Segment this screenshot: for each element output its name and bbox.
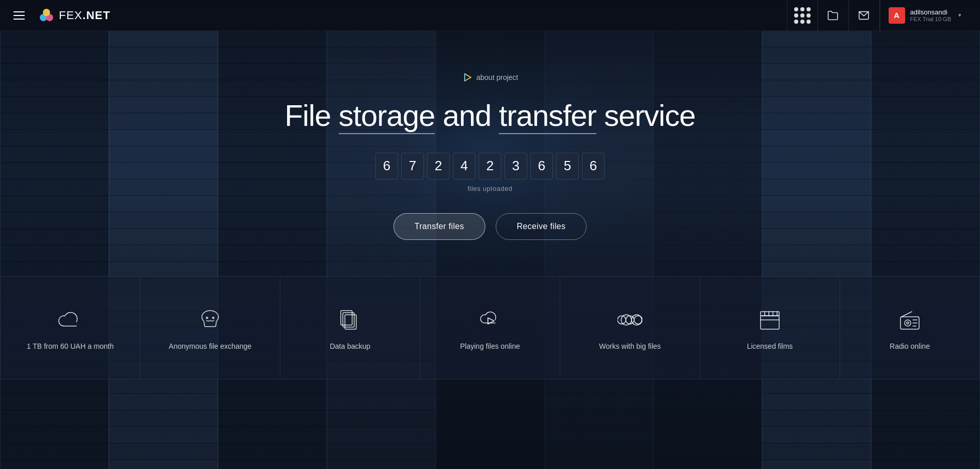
hero-title: File storage and transfer service <box>284 99 696 132</box>
digit-3: 4 <box>453 153 476 180</box>
svg-point-21 <box>907 322 909 324</box>
digit-0: 6 <box>375 153 398 180</box>
mail-button[interactable] <box>849 0 880 31</box>
digit-7: 5 <box>556 153 579 180</box>
feature-backup-label: Data backup <box>330 342 371 352</box>
digit-8: 6 <box>582 153 605 180</box>
clapperboard-icon <box>757 308 782 332</box>
navbar: FEX.NET <box>0 0 980 31</box>
svg-point-7 <box>213 317 214 319</box>
about-project-link[interactable]: about project <box>462 72 518 83</box>
feature-radio[interactable]: Radio online <box>840 276 980 379</box>
files-icon <box>338 308 362 332</box>
feature-anonymous-label: Anonymous file exchange <box>169 342 251 352</box>
infinity-icon <box>618 308 642 332</box>
user-plan: FEX Trial 10 GB <box>910 16 951 22</box>
svg-point-6 <box>207 317 208 319</box>
counter-digits-row: 6 7 2 4 2 3 6 5 6 <box>375 153 605 180</box>
features-row: 1 TB from 60 UAH a month Anonymous file … <box>0 276 980 379</box>
logo[interactable]: FEX.NET <box>38 7 110 24</box>
chevron-down-icon: ▾ <box>958 12 961 19</box>
svg-rect-14 <box>761 312 779 316</box>
cloud-play-icon <box>478 308 502 332</box>
folder-button[interactable] <box>818 0 849 31</box>
feature-films-label: Licensed films <box>747 342 793 352</box>
mask-icon <box>198 308 223 332</box>
hamburger-menu-button[interactable] <box>10 8 28 23</box>
svg-point-2 <box>43 9 50 16</box>
counter-label: files uploaded <box>467 185 512 192</box>
feature-radio-label: Radio online <box>890 342 930 352</box>
grid-icon <box>794 7 811 24</box>
feature-backup[interactable]: Data backup <box>280 276 420 379</box>
cloud-icon <box>58 308 83 332</box>
digit-6: 6 <box>530 153 553 180</box>
feature-playing-label: Playing files online <box>460 342 520 352</box>
digit-4: 2 <box>479 153 501 180</box>
action-buttons: Transfer files Receive files <box>393 213 587 240</box>
logo-icon <box>38 7 55 24</box>
feature-films[interactable]: Licensed films <box>700 276 840 379</box>
main-content: about project File storage and transfer … <box>0 31 980 379</box>
feature-storage-label: 1 TB from 60 UAH a month <box>27 342 114 352</box>
feature-bigfiles-label: Works with big files <box>599 342 661 352</box>
digit-5: 3 <box>504 153 527 180</box>
svg-rect-12 <box>761 316 779 329</box>
radio-icon <box>897 308 922 332</box>
digit-1: 7 <box>401 153 424 180</box>
user-info: adilsonsandi FEX Trial 10 GB <box>910 8 951 22</box>
svg-point-20 <box>905 320 911 326</box>
nav-right-actions: A adilsonsandi FEX Trial 10 GB ▾ <box>787 0 970 31</box>
user-menu-button[interactable]: A adilsonsandi FEX Trial 10 GB ▾ <box>880 0 970 31</box>
play-icon <box>462 72 472 83</box>
receive-files-button[interactable]: Receive files <box>496 213 587 240</box>
feature-storage[interactable]: 1 TB from 60 UAH a month <box>0 276 140 379</box>
mail-icon <box>858 10 870 21</box>
apps-grid-button[interactable] <box>787 0 818 31</box>
feature-bigfiles[interactable]: Works with big files <box>560 276 700 379</box>
user-name: adilsonsandi <box>910 8 951 16</box>
logo-text: FEX.NET <box>59 9 110 22</box>
files-counter: 6 7 2 4 2 3 6 5 6 files uploaded <box>375 153 605 192</box>
about-project-label: about project <box>477 73 518 82</box>
feature-anonymous[interactable]: Anonymous file exchange <box>140 276 280 379</box>
digit-2: 2 <box>427 153 450 180</box>
svg-marker-4 <box>465 74 471 81</box>
folder-icon <box>827 10 839 21</box>
avatar: A <box>889 7 905 24</box>
feature-playing[interactable]: Playing files online <box>420 276 560 379</box>
transfer-files-button[interactable]: Transfer files <box>393 213 485 240</box>
